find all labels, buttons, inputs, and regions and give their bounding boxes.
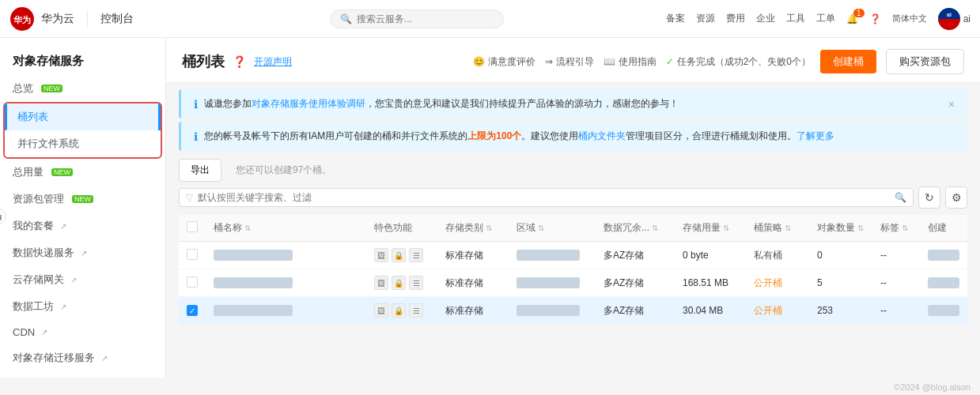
row-checkbox[interactable]: ✓ [187, 305, 198, 316]
alert-limit: ℹ 您的帐号及帐号下的所有IAM用户可创建的桶和并行文件系统的上限为100个。建… [179, 122, 967, 151]
use-guide-link[interactable]: 📖 使用指南 [604, 55, 656, 69]
row-bucket-name[interactable]: ████████ [214, 250, 358, 261]
search-bar: 🔍 [168, 9, 666, 28]
row-storage-type: 标准存储 [445, 250, 483, 261]
search-input[interactable] [357, 13, 483, 24]
row-count: 253 [817, 305, 833, 316]
learn-more-link[interactable]: 了解更多 [796, 130, 834, 141]
row-bucket-name-cell: ████████am [206, 297, 366, 325]
sidebar-item-data-express[interactable]: 数据快递服务 ↗ [0, 239, 165, 266]
row-checkbox[interactable] [187, 249, 198, 260]
nav-tools[interactable]: 工具 [786, 12, 805, 25]
row-usage-cell: 30.04 MB [675, 297, 746, 325]
row-tag-cell: -- [872, 269, 920, 297]
sidebar-item-resource-pkg[interactable]: 资源包管理 NEW [0, 186, 165, 213]
row-tag: -- [880, 250, 887, 261]
row-bucket-name[interactable]: ████████am [214, 305, 358, 316]
can-create-text: 您还可以创建97个桶。 [236, 164, 331, 177]
row-policy-cell: 公开桶 [746, 297, 809, 325]
export-button[interactable]: 导出 [179, 159, 221, 182]
settings-button[interactable]: ⚙ [945, 186, 967, 209]
search-icon: 🔍 [340, 13, 352, 24]
sidebar-item-total-usage[interactable]: 总用量 NEW [0, 159, 165, 186]
buy-resource-button[interactable]: 购买资源包 [886, 49, 964, 74]
sidebar-item-parallel-fs[interactable]: 并行文件系统 [5, 130, 161, 157]
folder-link[interactable]: 桶内文件夹 [578, 130, 626, 141]
sidebar-item-my-plan[interactable]: 我的套餐 ↗ [0, 213, 165, 239]
logo-area: 华为 华为云 控制台 [9, 6, 168, 32]
row-feature-icon-2[interactable]: ☰ [409, 248, 423, 262]
nav-resources[interactable]: 资源 [696, 12, 715, 25]
col-header-create[interactable]: 创建 [920, 215, 967, 242]
row-feature-icon-2[interactable]: ☰ [409, 303, 423, 318]
sidebar-item-data-workshop[interactable]: 数据工坊 ↗ [0, 293, 165, 320]
row-bucket-name[interactable]: ███████ [214, 277, 358, 288]
row-feature-icon-1[interactable]: 🔒 [392, 248, 406, 262]
row-usage: 168.51 MB [683, 277, 728, 288]
col-header-check[interactable] [179, 215, 206, 242]
row-count: 5 [817, 277, 823, 288]
row-storage-type: 标准存储 [445, 305, 483, 316]
flow-guide-link[interactable]: ⇒ 流程引导 [545, 55, 594, 69]
nav-beian[interactable]: 备案 [666, 12, 685, 25]
col-header-type[interactable]: 存储类别⇅ [437, 215, 509, 242]
col-header-tag[interactable]: 标签⇅ [872, 215, 920, 242]
lang-switch[interactable]: 简体中文 [892, 13, 927, 24]
nav-order[interactable]: 工单 [816, 12, 835, 25]
sort-usage-icon: ⇅ [723, 224, 729, 232]
filter-input[interactable] [198, 192, 890, 203]
row-usage: 0 byte [683, 250, 709, 261]
row-region-cell: ██████ [509, 242, 596, 269]
col-header-redundancy[interactable]: 数据冗余...⇅ [596, 215, 675, 242]
row-create: 20 [928, 305, 959, 316]
sidebar-item-cdn[interactable]: CDN ↗ [0, 320, 165, 344]
alert-close-1[interactable]: × [948, 98, 955, 111]
col-header-usage[interactable]: 存储用量⇅ [675, 215, 746, 242]
row-feature-icon-0[interactable]: 🖼 [374, 303, 388, 318]
user-area[interactable]: ai ai [938, 8, 971, 30]
col-header-count[interactable]: 对象数量⇅ [809, 215, 872, 242]
info-icon-2: ℹ [194, 130, 198, 143]
row-region: 华北-、市██ [516, 305, 580, 316]
row-count-cell: 0 [809, 242, 872, 269]
help-icon[interactable]: ❓ [869, 13, 881, 24]
use-guide-label: 使用指南 [619, 55, 656, 69]
refresh-button[interactable]: ↻ [918, 186, 940, 209]
row-tag: -- [880, 277, 887, 288]
control-panel-label: 控制台 [100, 12, 134, 26]
row-region-cell: ██北京1 [509, 269, 596, 297]
nav-enterprise[interactable]: 企业 [756, 12, 775, 25]
sidebar-item-cloud-gateway[interactable]: 云存储网关 ↗ [0, 266, 165, 293]
col-header-region[interactable]: 区域⇅ [509, 215, 596, 242]
search-filter-icon[interactable]: 🔍 [895, 192, 906, 203]
row-feature-icon-0[interactable]: 🖼 [374, 276, 388, 290]
row-feature-icon-0[interactable]: 🖼 [374, 248, 388, 262]
smile-icon: 😊 [473, 56, 485, 67]
create-bucket-button[interactable]: 创建桶 [820, 50, 876, 73]
sidebar-item-overview[interactable]: 总览 NEW [0, 75, 165, 102]
sidebar-highlight-group: 桶列表 并行文件系统 [3, 102, 162, 159]
survey-link[interactable]: 对象存储服务使用体验调研 [252, 98, 365, 109]
open-statement-link[interactable]: 开源声明 [254, 55, 292, 69]
row-count-cell: 253 [809, 297, 872, 325]
row-region: ██████ [516, 250, 580, 261]
select-all-checkbox[interactable] [187, 221, 198, 232]
col-header-policy[interactable]: 桶策略⇅ [746, 215, 809, 242]
sidebar-item-bucket-list[interactable]: 桶列表 [5, 103, 161, 130]
task-status: ✓ 任务完成（成功2个、失败0个） [666, 55, 811, 69]
sort-name-icon: ⇅ [244, 224, 251, 232]
search-wrap[interactable]: 🔍 [330, 9, 504, 28]
nav-fee[interactable]: 费用 [726, 12, 745, 25]
satisfaction-link[interactable]: 😊 满意度评价 [473, 55, 535, 69]
notification-icon[interactable]: 🔔1 [846, 13, 858, 24]
sidebar-item-migrate[interactable]: 对象存储迁移服务 ↗ [0, 344, 165, 371]
help-circle-icon[interactable]: ❓ [233, 55, 246, 68]
row-feature-icon-2[interactable]: ☰ [409, 276, 423, 290]
row-count-cell: 5 [809, 269, 872, 297]
row-feature-icon-1[interactable]: 🔒 [392, 276, 406, 290]
nav-divider [87, 11, 88, 27]
row-checkbox[interactable] [187, 276, 198, 288]
row-feature-icon-1[interactable]: 🔒 [392, 303, 406, 318]
filter-box[interactable]: ▽ 🔍 [179, 188, 914, 207]
col-header-name[interactable]: 桶名称⇅ [206, 215, 366, 242]
